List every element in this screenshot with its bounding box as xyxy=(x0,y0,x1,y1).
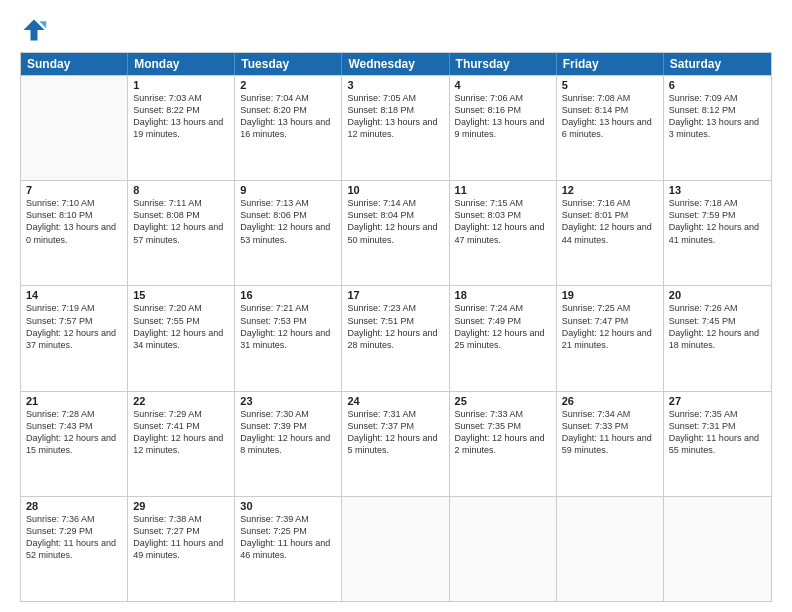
sunset-text: Sunset: 7:33 PM xyxy=(562,420,658,432)
sunset-text: Sunset: 7:49 PM xyxy=(455,315,551,327)
day-number: 8 xyxy=(133,184,229,196)
daylight-text: Daylight: 13 hours and 9 minutes. xyxy=(455,116,551,140)
sunrise-text: Sunrise: 7:21 AM xyxy=(240,302,336,314)
calendar-cell: 2Sunrise: 7:04 AMSunset: 8:20 PMDaylight… xyxy=(235,76,342,180)
daylight-text: Daylight: 12 hours and 41 minutes. xyxy=(669,221,766,245)
day-number: 4 xyxy=(455,79,551,91)
sunrise-text: Sunrise: 7:08 AM xyxy=(562,92,658,104)
calendar-cell: 9Sunrise: 7:13 AMSunset: 8:06 PMDaylight… xyxy=(235,181,342,285)
sunrise-text: Sunrise: 7:28 AM xyxy=(26,408,122,420)
daylight-text: Daylight: 12 hours and 31 minutes. xyxy=(240,327,336,351)
calendar-cell: 14Sunrise: 7:19 AMSunset: 7:57 PMDayligh… xyxy=(21,286,128,390)
day-number: 10 xyxy=(347,184,443,196)
daylight-text: Daylight: 12 hours and 8 minutes. xyxy=(240,432,336,456)
header-day-saturday: Saturday xyxy=(664,53,771,75)
calendar-cell: 19Sunrise: 7:25 AMSunset: 7:47 PMDayligh… xyxy=(557,286,664,390)
sunrise-text: Sunrise: 7:06 AM xyxy=(455,92,551,104)
sunset-text: Sunset: 7:37 PM xyxy=(347,420,443,432)
daylight-text: Daylight: 13 hours and 6 minutes. xyxy=(562,116,658,140)
header-day-wednesday: Wednesday xyxy=(342,53,449,75)
calendar-cell: 1Sunrise: 7:03 AMSunset: 8:22 PMDaylight… xyxy=(128,76,235,180)
daylight-text: Daylight: 12 hours and 2 minutes. xyxy=(455,432,551,456)
sunrise-text: Sunrise: 7:23 AM xyxy=(347,302,443,314)
sunrise-text: Sunrise: 7:35 AM xyxy=(669,408,766,420)
sunrise-text: Sunrise: 7:16 AM xyxy=(562,197,658,209)
sunset-text: Sunset: 7:41 PM xyxy=(133,420,229,432)
day-number: 30 xyxy=(240,500,336,512)
calendar-week-5: 28Sunrise: 7:36 AMSunset: 7:29 PMDayligh… xyxy=(21,496,771,601)
day-number: 9 xyxy=(240,184,336,196)
sunrise-text: Sunrise: 7:15 AM xyxy=(455,197,551,209)
sunset-text: Sunset: 8:01 PM xyxy=(562,209,658,221)
calendar-cell: 27Sunrise: 7:35 AMSunset: 7:31 PMDayligh… xyxy=(664,392,771,496)
calendar-cell: 25Sunrise: 7:33 AMSunset: 7:35 PMDayligh… xyxy=(450,392,557,496)
sunset-text: Sunset: 7:25 PM xyxy=(240,525,336,537)
sunrise-text: Sunrise: 7:18 AM xyxy=(669,197,766,209)
logo xyxy=(20,16,52,44)
sunset-text: Sunset: 7:27 PM xyxy=(133,525,229,537)
calendar-cell: 4Sunrise: 7:06 AMSunset: 8:16 PMDaylight… xyxy=(450,76,557,180)
calendar-cell xyxy=(664,497,771,601)
sunset-text: Sunset: 7:43 PM xyxy=(26,420,122,432)
header-day-tuesday: Tuesday xyxy=(235,53,342,75)
daylight-text: Daylight: 12 hours and 37 minutes. xyxy=(26,327,122,351)
day-number: 7 xyxy=(26,184,122,196)
day-number: 18 xyxy=(455,289,551,301)
sunset-text: Sunset: 8:04 PM xyxy=(347,209,443,221)
sunset-text: Sunset: 8:06 PM xyxy=(240,209,336,221)
logo-icon xyxy=(20,16,48,44)
sunset-text: Sunset: 7:59 PM xyxy=(669,209,766,221)
header-day-sunday: Sunday xyxy=(21,53,128,75)
page: SundayMondayTuesdayWednesdayThursdayFrid… xyxy=(0,0,792,612)
sunrise-text: Sunrise: 7:14 AM xyxy=(347,197,443,209)
calendar-cell: 7Sunrise: 7:10 AMSunset: 8:10 PMDaylight… xyxy=(21,181,128,285)
sunrise-text: Sunrise: 7:04 AM xyxy=(240,92,336,104)
sunset-text: Sunset: 7:39 PM xyxy=(240,420,336,432)
daylight-text: Daylight: 12 hours and 18 minutes. xyxy=(669,327,766,351)
calendar-header-row: SundayMondayTuesdayWednesdayThursdayFrid… xyxy=(21,53,771,75)
daylight-text: Daylight: 13 hours and 0 minutes. xyxy=(26,221,122,245)
sunset-text: Sunset: 7:31 PM xyxy=(669,420,766,432)
day-number: 16 xyxy=(240,289,336,301)
sunset-text: Sunset: 7:55 PM xyxy=(133,315,229,327)
calendar-cell xyxy=(557,497,664,601)
day-number: 29 xyxy=(133,500,229,512)
sunrise-text: Sunrise: 7:39 AM xyxy=(240,513,336,525)
day-number: 15 xyxy=(133,289,229,301)
sunset-text: Sunset: 8:16 PM xyxy=(455,104,551,116)
sunset-text: Sunset: 8:22 PM xyxy=(133,104,229,116)
header xyxy=(20,16,772,44)
sunset-text: Sunset: 8:14 PM xyxy=(562,104,658,116)
sunrise-text: Sunrise: 7:26 AM xyxy=(669,302,766,314)
calendar-cell xyxy=(21,76,128,180)
daylight-text: Daylight: 12 hours and 44 minutes. xyxy=(562,221,658,245)
calendar-week-2: 7Sunrise: 7:10 AMSunset: 8:10 PMDaylight… xyxy=(21,180,771,285)
day-number: 25 xyxy=(455,395,551,407)
day-number: 13 xyxy=(669,184,766,196)
sunrise-text: Sunrise: 7:05 AM xyxy=(347,92,443,104)
daylight-text: Daylight: 12 hours and 50 minutes. xyxy=(347,221,443,245)
sunset-text: Sunset: 8:18 PM xyxy=(347,104,443,116)
calendar-cell: 8Sunrise: 7:11 AMSunset: 8:08 PMDaylight… xyxy=(128,181,235,285)
sunrise-text: Sunrise: 7:34 AM xyxy=(562,408,658,420)
daylight-text: Daylight: 12 hours and 15 minutes. xyxy=(26,432,122,456)
calendar-cell: 30Sunrise: 7:39 AMSunset: 7:25 PMDayligh… xyxy=(235,497,342,601)
day-number: 17 xyxy=(347,289,443,301)
sunrise-text: Sunrise: 7:09 AM xyxy=(669,92,766,104)
daylight-text: Daylight: 13 hours and 12 minutes. xyxy=(347,116,443,140)
calendar-cell: 18Sunrise: 7:24 AMSunset: 7:49 PMDayligh… xyxy=(450,286,557,390)
day-number: 28 xyxy=(26,500,122,512)
sunrise-text: Sunrise: 7:11 AM xyxy=(133,197,229,209)
calendar-body: 1Sunrise: 7:03 AMSunset: 8:22 PMDaylight… xyxy=(21,75,771,601)
sunset-text: Sunset: 8:03 PM xyxy=(455,209,551,221)
sunrise-text: Sunrise: 7:38 AM xyxy=(133,513,229,525)
daylight-text: Daylight: 11 hours and 52 minutes. xyxy=(26,537,122,561)
sunrise-text: Sunrise: 7:24 AM xyxy=(455,302,551,314)
sunrise-text: Sunrise: 7:25 AM xyxy=(562,302,658,314)
daylight-text: Daylight: 11 hours and 46 minutes. xyxy=(240,537,336,561)
sunrise-text: Sunrise: 7:13 AM xyxy=(240,197,336,209)
day-number: 3 xyxy=(347,79,443,91)
calendar-cell xyxy=(450,497,557,601)
sunrise-text: Sunrise: 7:03 AM xyxy=(133,92,229,104)
sunset-text: Sunset: 8:08 PM xyxy=(133,209,229,221)
